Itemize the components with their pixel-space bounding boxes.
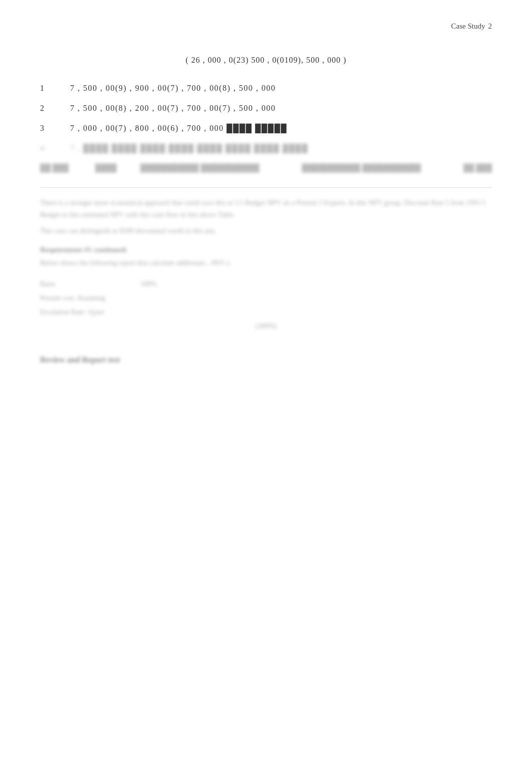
formula-line: ( 26 , 000 , 0(23) 500 , 0(0109), 500 , … — [40, 56, 492, 65]
table-row: 2 7 , 500 , 00(8) , 200 , 00(7) , 700 , … — [40, 104, 492, 113]
table-row-blurred: 4 7 , ████ ████ ████ ████ ████ ████ ████… — [40, 144, 492, 153]
field-row-2: Present cost. Assuming — [40, 294, 492, 302]
row-number-3: 3 — [40, 124, 70, 133]
field-row-1: Basis 100% — [40, 280, 492, 288]
summary-label: ██ ███ — [40, 164, 80, 172]
summary-row: ██ ███ ████ ███████████ ███████████ ████… — [40, 164, 492, 172]
section1-text: Below shows the following report that ca… — [40, 257, 492, 269]
row-number-4: 4 — [40, 144, 70, 153]
header-page-number: 2 — [488, 22, 492, 31]
field-label-basis: Basis — [40, 280, 140, 288]
field-row-3: Escalation Rate: 1(part — [40, 308, 492, 316]
header: Case Study 2 — [40, 22, 492, 31]
row-data-1: 7 , 500 , 00(9) , 900 , 00(7) , 700 , 00… — [70, 84, 276, 93]
body-paragraph-1: There is a stronger more economical appr… — [40, 197, 492, 221]
table-row: 3 7 , 000 , 00(7) , 800 , 00(6) , 700 , … — [40, 124, 492, 133]
row-data-2: 7 , 500 , 00(8) , 200 , 00(7) , 700 , 00… — [70, 104, 276, 113]
summary-label2: ████ — [95, 164, 125, 172]
body-paragraph-2: This case can distinguish as $500 discou… — [40, 225, 492, 237]
field-label-present-cost: Present cost. Assuming — [40, 294, 140, 302]
fields-section: Basis 100% Present cost. Assuming Escala… — [40, 280, 492, 330]
summary-col3: ██ ███ — [463, 164, 492, 172]
summary-col2: ███████████ ███████████ — [302, 164, 449, 172]
row-data-4: 7 , ████ ████ ████ ████ ████ ████ ████ █… — [70, 144, 308, 153]
header-title: Case Study — [451, 22, 485, 31]
section2-title: Review and Report test — [40, 355, 492, 364]
table-row: 1 7 , 500 , 00(9) , 900 , 00(7) , 700 , … — [40, 84, 492, 93]
row-number-1: 1 — [40, 84, 70, 93]
section1-heading: Requirement #1 continued: — [40, 246, 492, 254]
field-value-basis: 100% — [140, 280, 157, 288]
centered-value: (200%) — [40, 322, 492, 330]
row-number-2: 2 — [40, 104, 70, 113]
page-container: Case Study 2 ( 26 , 000 , 0(23) 500 , 0(… — [0, 0, 532, 780]
table-section: 1 7 , 500 , 00(9) , 900 , 00(7) , 700 , … — [40, 84, 492, 172]
row-data-3: 7 , 000 , 00(7) , 800 , 00(6) , 700 , 00… — [70, 124, 287, 133]
divider — [40, 187, 492, 188]
field-label-escalation: Escalation Rate: 1(part — [40, 308, 140, 316]
summary-col1: ███████████ ███████████ — [140, 164, 287, 172]
